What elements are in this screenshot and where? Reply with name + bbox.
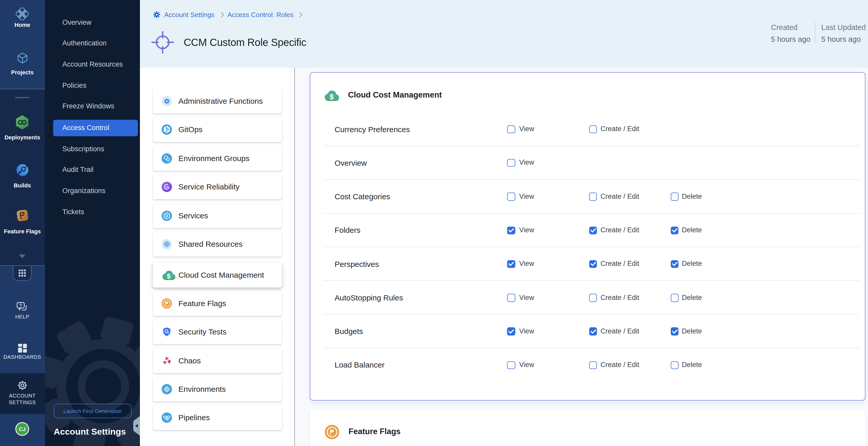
svg-text:CJ: CJ (19, 426, 26, 432)
svg-text:$: $ (330, 92, 334, 101)
svg-text:?: ? (19, 303, 22, 308)
svg-text:$: $ (166, 272, 170, 280)
